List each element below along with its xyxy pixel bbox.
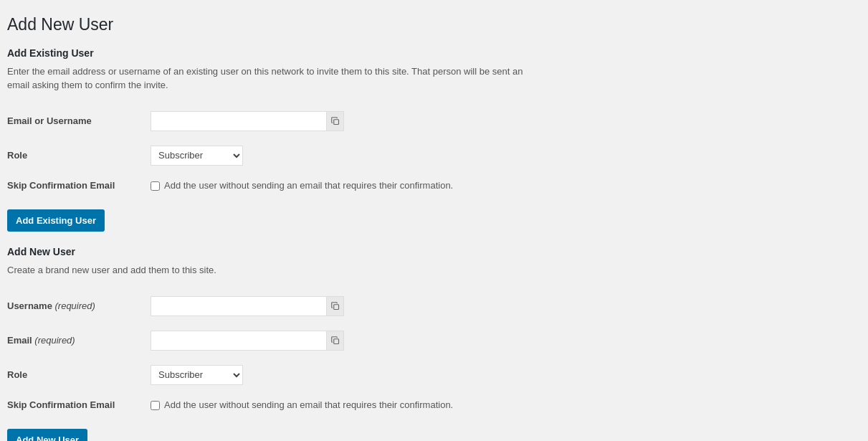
existing-user-skip-confirmation-description: Add the user without sending an email th… (164, 180, 453, 191)
new-user-section: Add New User Create a brand new user and… (7, 246, 854, 441)
existing-user-section-description: Enter the email address or username of a… (7, 65, 545, 93)
new-user-skip-confirmation-description: Add the user without sending an email th… (164, 399, 453, 410)
new-user-role-row: Role Subscriber Contributor Author Edito… (7, 358, 854, 392)
email-or-username-input[interactable] (151, 112, 326, 131)
email-input-wrapper (151, 331, 344, 351)
username-copy-icon-svg (331, 302, 340, 310)
svg-rect-0 (333, 120, 338, 125)
new-user-skip-confirmation-label: Skip Confirmation Email (7, 392, 151, 417)
new-user-skip-confirmation-row: Skip Confirmation Email Add the user wit… (7, 392, 854, 417)
existing-user-section: Add Existing User Enter the email addres… (7, 47, 854, 232)
add-existing-user-button[interactable]: Add Existing User (7, 209, 105, 232)
page-title: Add New User (7, 14, 854, 36)
existing-user-skip-confirmation-row: Skip Confirmation Email Add the user wit… (7, 173, 854, 198)
email-or-username-row: Email or Username (7, 104, 854, 138)
existing-user-role-row: Role Subscriber Contributor Author Edito… (7, 138, 854, 173)
username-input[interactable] (151, 297, 326, 316)
new-user-role-label: Role (7, 358, 151, 392)
username-required: (required) (55, 300, 95, 311)
email-required: (required) (34, 335, 75, 346)
new-user-section-title: Add New User (7, 246, 854, 257)
username-input-wrapper (151, 296, 344, 316)
new-user-role-select[interactable]: Subscriber Contributor Author Editor Adm… (151, 365, 243, 385)
email-copy-icon[interactable] (326, 331, 343, 350)
email-or-username-copy-icon[interactable] (326, 112, 343, 131)
existing-user-skip-confirmation-wrapper: Add the user without sending an email th… (151, 180, 854, 191)
username-row: Username (required) (7, 289, 854, 323)
svg-rect-1 (333, 305, 338, 310)
existing-user-skip-confirmation-label: Skip Confirmation Email (7, 173, 151, 198)
new-user-skip-confirmation-wrapper: Add the user without sending an email th… (151, 399, 854, 410)
copy-icon-svg (331, 117, 340, 125)
email-row: Email (required) (7, 323, 854, 358)
email-input[interactable] (151, 331, 326, 350)
existing-user-role-label: Role (7, 138, 151, 173)
existing-user-form-table: Email or Username Role (7, 104, 854, 198)
new-user-skip-confirmation-checkbox[interactable] (151, 401, 160, 410)
email-label: Email (7, 335, 32, 346)
email-copy-icon-svg (331, 336, 340, 345)
existing-user-skip-confirmation-checkbox[interactable] (151, 181, 160, 191)
existing-user-role-select[interactable]: Subscriber Contributor Author Editor Adm… (151, 146, 243, 166)
email-or-username-label: Email or Username (7, 104, 151, 138)
username-label: Username (7, 300, 52, 311)
username-copy-icon[interactable] (326, 297, 343, 316)
new-user-form-table: Username (required) (7, 289, 854, 417)
email-or-username-input-wrapper (151, 111, 344, 131)
add-new-user-button[interactable]: Add New User (7, 429, 87, 441)
existing-user-section-title: Add Existing User (7, 47, 854, 59)
svg-rect-2 (333, 339, 338, 344)
new-user-section-description: Create a brand new user and add them to … (7, 263, 545, 278)
